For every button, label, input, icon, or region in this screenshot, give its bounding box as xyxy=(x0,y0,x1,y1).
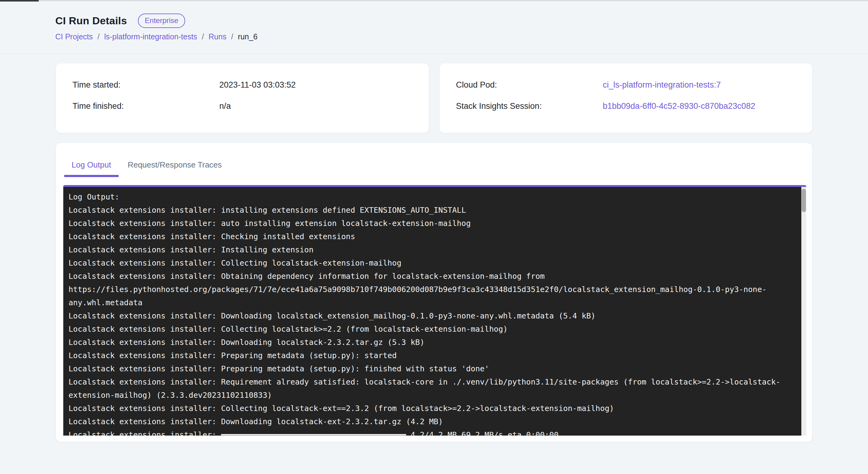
log-line: Localstack extensions installer: Obtaini… xyxy=(68,270,782,283)
time-started-value: 2023-11-03 03:03:52 xyxy=(219,79,296,91)
log-line: Localstack extensions installer: ━━━━━━━… xyxy=(68,428,782,436)
cloud-pod-link[interactable]: ci_ls-platform-integration-tests:7 xyxy=(603,80,721,89)
time-started-label: Time started: xyxy=(72,79,219,91)
time-started-row: Time started: 2023-11-03 03:03:52 xyxy=(72,79,429,91)
page-header: CI Run Details Enterprise CI Projects / … xyxy=(0,0,868,54)
log-line: any.whl.metadata xyxy=(68,296,782,309)
log-card: Log Output Request/Response Traces Log O… xyxy=(56,143,812,442)
log-line: Localstack extensions installer: Downloa… xyxy=(68,309,782,322)
window-top-strip xyxy=(0,0,868,1)
breadcrumb-current: run_6 xyxy=(238,32,257,41)
log-line: Localstack extensions installer: Downloa… xyxy=(68,336,782,349)
log-line: Localstack extensions installer: Checkin… xyxy=(68,230,782,243)
run-times-card: Time started: 2023-11-03 03:03:52 Time f… xyxy=(56,63,429,133)
log-line: Localstack extensions installer: Install… xyxy=(68,243,782,256)
log-line: Localstack extensions installer: Collect… xyxy=(68,402,782,415)
breadcrumb-link-ci-projects[interactable]: CI Projects xyxy=(55,32,93,41)
breadcrumb-separator: / xyxy=(231,32,233,41)
log-line: extension-mailhog) (2.3.3.dev20231102110… xyxy=(68,389,782,402)
log-line: Localstack extensions installer: Collect… xyxy=(68,256,782,270)
stack-insights-row: Stack Insights Session: b1bb09da-6ff0-4c… xyxy=(456,100,812,112)
time-finished-value: n/a xyxy=(219,100,231,112)
enterprise-badge: Enterprise xyxy=(138,13,185,28)
log-line: Log Output: xyxy=(68,190,782,204)
breadcrumb-separator: / xyxy=(97,32,99,41)
tab-bar: Log Output Request/Response Traces xyxy=(64,157,812,177)
log-line: Localstack extensions installer: Collect… xyxy=(68,322,782,336)
log-line: Localstack extensions installer: Downloa… xyxy=(68,415,782,428)
cloud-pod-label: Cloud Pod: xyxy=(456,79,603,91)
log-line: Localstack extensions installer: install… xyxy=(68,204,782,217)
window-top-strip-dark xyxy=(0,0,39,2)
session-card: Cloud Pod: ci_ls-platform-integration-te… xyxy=(439,63,813,133)
breadcrumb-link-runs[interactable]: Runs xyxy=(209,32,226,41)
page-title: CI Run Details xyxy=(55,15,127,27)
log-line: https://files.pythonhosted.org/packages/… xyxy=(68,283,782,296)
stack-insights-session-link[interactable]: b1bb09da-6ff0-4c52-8930-c870ba23c082 xyxy=(603,101,755,111)
breadcrumb-link-project[interactable]: ls-platform-integration-tests xyxy=(104,32,197,41)
stack-insights-label: Stack Insights Session: xyxy=(456,100,603,112)
terminal-scrollbar-thumb[interactable] xyxy=(802,189,806,212)
log-line: Localstack extensions installer: Require… xyxy=(68,375,782,389)
log-line: Localstack extensions installer: Prepari… xyxy=(68,362,782,375)
log-line: Localstack extensions installer: Prepari… xyxy=(68,349,782,362)
log-line: Localstack extensions installer: auto in… xyxy=(68,217,782,230)
terminal-scrollbar[interactable] xyxy=(801,187,806,436)
breadcrumb-separator: / xyxy=(202,32,204,41)
cloud-pod-row: Cloud Pod: ci_ls-platform-integration-te… xyxy=(456,79,812,91)
time-finished-label: Time finished: xyxy=(72,100,219,112)
log-terminal[interactable]: Log Output:Localstack extensions install… xyxy=(63,185,806,436)
time-finished-row: Time finished: n/a xyxy=(72,100,429,112)
main-content: Time started: 2023-11-03 03:03:52 Time f… xyxy=(0,54,868,442)
tab-request-response-traces[interactable]: Request/Response Traces xyxy=(120,157,229,177)
breadcrumb: CI Projects / ls-platform-integration-te… xyxy=(55,32,813,41)
terminal-log: Log Output:Localstack extensions install… xyxy=(63,187,806,436)
tab-log-output[interactable]: Log Output xyxy=(64,157,119,177)
